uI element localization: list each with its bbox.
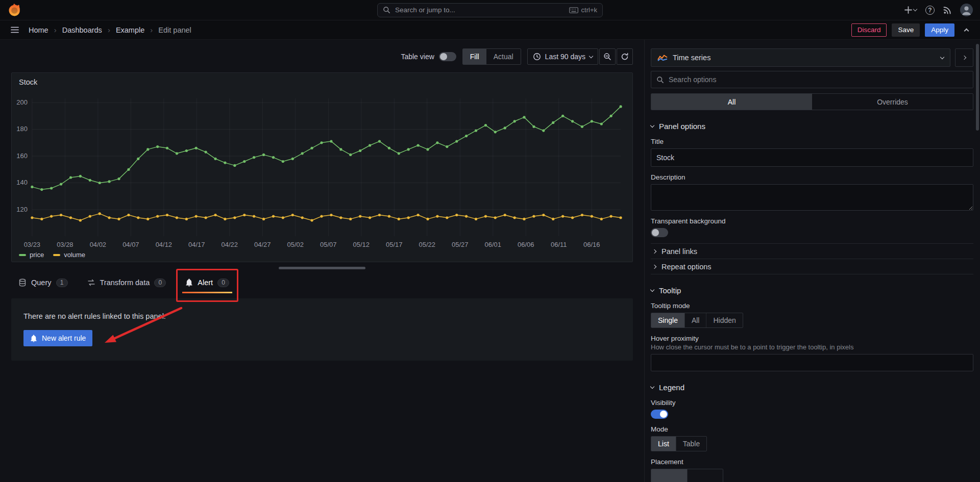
- svg-text:03/28: 03/28: [57, 241, 73, 248]
- svg-text:05/22: 05/22: [419, 241, 435, 248]
- search-icon: [383, 6, 390, 14]
- new-alert-rule-button[interactable]: New alert rule: [23, 330, 92, 346]
- main-area: Table view Fill Actual Last 90 days: [0, 40, 980, 482]
- collapsed-subsections: Panel links Repeat options: [651, 243, 973, 274]
- transparent-background-toggle[interactable]: [651, 228, 668, 237]
- section-panel-options[interactable]: Panel options: [651, 121, 973, 131]
- svg-text:05/17: 05/17: [386, 241, 402, 248]
- legend-visibility-toggle[interactable]: [651, 410, 668, 419]
- breadcrumb-dashboards[interactable]: Dashboards: [62, 26, 102, 34]
- news-button[interactable]: [943, 6, 951, 14]
- discard-button[interactable]: Discard: [851, 23, 887, 37]
- global-search[interactable]: Search or jump to... ctrl+k: [377, 3, 603, 17]
- svg-text:140: 140: [16, 179, 28, 186]
- table-view-toggle[interactable]: [439, 52, 456, 61]
- fill-option[interactable]: Fill: [463, 49, 486, 64]
- edit-actions: Discard Save Apply: [851, 23, 973, 37]
- legend-mode-label: Mode: [651, 425, 973, 433]
- legend-placement-label: Placement: [651, 458, 973, 466]
- caret-down-icon: [589, 54, 593, 58]
- visualization-picker[interactable]: Time series: [651, 48, 950, 67]
- chevron-right-icon: [962, 56, 966, 60]
- tooltip-mode-all[interactable]: All: [684, 313, 706, 327]
- refresh-button[interactable]: [617, 48, 633, 65]
- clock-icon: [533, 53, 541, 61]
- price-swatch: [19, 254, 26, 256]
- legend-placement-option[interactable]: [687, 469, 723, 482]
- breadcrumb-home[interactable]: Home: [29, 26, 48, 34]
- options-scrollbar[interactable]: [976, 44, 979, 131]
- tab-all[interactable]: All: [651, 94, 812, 110]
- search-placeholder: Search or jump to...: [395, 6, 565, 14]
- new-menu-button[interactable]: [904, 6, 917, 14]
- legend-placement-option[interactable]: [651, 469, 687, 482]
- breadcrumb-dashboard-name[interactable]: Example: [116, 26, 144, 34]
- svg-text:180: 180: [16, 125, 28, 133]
- section-tooltip[interactable]: Tooltip: [651, 286, 973, 295]
- query-count-badge: 1: [56, 278, 68, 287]
- breadcrumb-bar: Home › Dashboards › Example › Edit panel…: [0, 20, 980, 40]
- title-label: Title: [651, 138, 973, 145]
- panel-links-row[interactable]: Panel links: [651, 243, 973, 259]
- tab-transform[interactable]: Transform data 0: [84, 272, 169, 293]
- legend-mode-list[interactable]: List: [651, 437, 676, 451]
- tab-overrides[interactable]: Overrides: [812, 94, 973, 110]
- tab-alert[interactable]: Alert 0: [182, 272, 232, 293]
- zoom-out-button[interactable]: [599, 48, 616, 65]
- svg-text:06/16: 06/16: [583, 241, 600, 248]
- time-controls: Last 90 days: [527, 48, 633, 65]
- time-range-picker[interactable]: Last 90 days: [527, 48, 598, 65]
- alert-count-badge: 0: [217, 278, 229, 287]
- svg-text:05/07: 05/07: [320, 241, 336, 248]
- panel-title: Stock: [19, 78, 37, 86]
- actual-option[interactable]: Actual: [486, 49, 521, 64]
- table-view-label: Table view: [401, 53, 434, 61]
- repeat-options-row[interactable]: Repeat options: [651, 259, 973, 274]
- svg-text:06/01: 06/01: [485, 241, 501, 248]
- stock-panel[interactable]: Stock 20018016014012003/2303/2804/0204/0…: [11, 72, 633, 262]
- legend-item-price[interactable]: price: [19, 251, 44, 259]
- legend-item-volume[interactable]: volume: [53, 251, 85, 259]
- tab-query[interactable]: Query 1: [15, 272, 71, 293]
- description-label: Description: [651, 173, 973, 181]
- menu-icon[interactable]: [7, 22, 22, 38]
- legend-mode-table[interactable]: Table: [676, 437, 706, 451]
- search-icon: [656, 76, 664, 84]
- apply-button[interactable]: Apply: [925, 23, 954, 37]
- chart-legend: price volume: [19, 251, 85, 259]
- title-input[interactable]: [651, 148, 973, 167]
- bell-icon: [30, 335, 37, 342]
- hover-proximity-input[interactable]: [651, 354, 973, 371]
- svg-text:160: 160: [16, 152, 28, 160]
- svg-text:06/06: 06/06: [518, 241, 534, 248]
- caret-down-icon: [940, 55, 944, 59]
- grafana-logo-icon[interactable]: [7, 3, 21, 17]
- fill-actual-segmented: Fill Actual: [462, 48, 521, 65]
- chevron-down-icon: [650, 385, 654, 389]
- tooltip-mode-single[interactable]: Single: [651, 313, 684, 327]
- visualization-name: Time series: [673, 54, 710, 62]
- volume-swatch: [53, 254, 60, 256]
- save-button[interactable]: Save: [892, 23, 920, 37]
- chevron-down-icon: [650, 288, 654, 292]
- options-search-input[interactable]: [669, 75, 968, 84]
- help-button[interactable]: ?: [925, 6, 935, 15]
- zoom-out-icon: [603, 53, 611, 61]
- keyboard-icon: [569, 7, 578, 13]
- section-legend[interactable]: Legend: [651, 383, 973, 392]
- svg-text:200: 200: [16, 98, 28, 106]
- breadcrumb-separator-icon: ›: [108, 26, 110, 34]
- tooltip-mode-label: Tooltip mode: [651, 302, 973, 310]
- avatar[interactable]: [960, 4, 973, 16]
- panel-edit-pane: Table view Fill Actual Last 90 days: [0, 40, 644, 482]
- collapse-header-button[interactable]: [960, 23, 973, 37]
- svg-text:120: 120: [16, 206, 28, 213]
- collapse-options-button[interactable]: [955, 48, 973, 67]
- table-view-control: Table view: [401, 52, 456, 61]
- svg-text:04/22: 04/22: [222, 241, 238, 248]
- resize-handle[interactable]: [279, 267, 365, 269]
- top-nav: Search or jump to... ctrl+k ?: [0, 0, 980, 20]
- tooltip-mode-hidden[interactable]: Hidden: [706, 313, 742, 327]
- chevron-right-icon: [652, 264, 656, 268]
- description-input[interactable]: [651, 184, 973, 211]
